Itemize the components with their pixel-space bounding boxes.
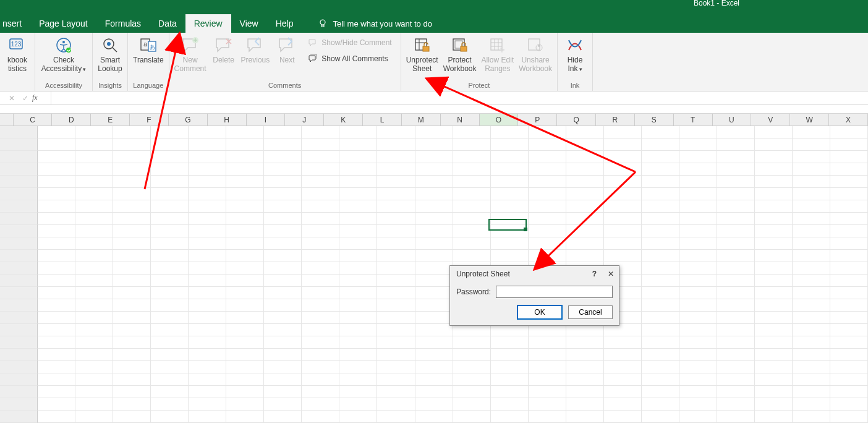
password-label: Password: [456,288,491,296]
next-comment-button: Next [272,34,302,65]
translate-icon: aあ [138,35,158,55]
dialog-help-icon[interactable]: ? [592,270,597,278]
chevron-down-icon: ▾ [578,66,582,72]
cancel-button[interactable]: Cancel [568,305,613,319]
group-accessibility-label: Accessibility [38,80,90,91]
column-header-O[interactable]: O [480,114,519,126]
title-bar: Book1 - Excel [0,0,868,14]
hide-ink-button[interactable]: Hide Ink▾ [560,34,590,74]
column-header-M[interactable]: M [402,114,441,126]
column-headers[interactable]: CDEFGHIJKLMNOPQRSTUVWX [0,114,868,126]
ribbon-tabs: nsert Page Layout Formulas Data Review V… [0,14,868,33]
active-cell[interactable] [488,219,527,231]
password-input[interactable] [496,286,613,298]
svg-point-21 [538,45,540,47]
group-protect-label: Protect [404,80,555,91]
app-title: Book1 - Excel [694,0,739,7]
svg-point-4 [62,41,65,43]
protect-workbook-button[interactable]: Protect Workbook [441,34,479,74]
column-header-P[interactable]: P [518,114,557,126]
tab-help[interactable]: Help [267,14,302,33]
bulb-icon [318,19,328,28]
column-header-U[interactable]: U [713,114,752,126]
show-all-comments-icon [308,54,318,64]
svg-text:a: a [143,41,147,48]
workbook-statistics-icon: 123 [7,35,27,55]
tell-me[interactable]: Tell me what you want to do [302,14,432,33]
smart-lookup-button[interactable]: Smart Lookup [95,34,125,74]
tab-insert[interactable]: nsert [0,14,30,33]
tell-me-text: Tell me what you want to do [333,19,432,28]
svg-text:あ: あ [149,44,155,50]
tab-view[interactable]: View [231,14,267,33]
smart-lookup-icon [100,35,120,55]
translate-button[interactable]: aあ Translate [130,34,166,65]
unprotect-sheet-icon [412,35,432,55]
unprotect-sheet-dialog: Unprotect Sheet ? ✕ Password: OK Cancel [449,265,619,326]
svg-text:123: 123 [11,41,22,48]
spreadsheet-grid[interactable]: CDEFGHIJKLMNOPQRSTUVWX [0,114,868,423]
select-all-corner[interactable] [0,114,14,126]
new-comment-icon [181,35,200,55]
column-header-X[interactable]: X [829,114,868,126]
fx-icon[interactable]: fx [32,93,51,103]
formula-input[interactable] [51,92,868,104]
hide-ink-icon [565,35,585,55]
show-hide-comment-icon [308,38,318,48]
column-header-J[interactable]: J [285,114,324,126]
show-all-comments-button[interactable]: Show All Comments [305,53,394,65]
column-header-T[interactable]: T [674,114,713,126]
tab-formulas[interactable]: Formulas [96,14,150,33]
formula-enter-icon: ✓ [19,94,32,103]
dialog-title: Unprotect Sheet [456,270,510,278]
column-header-E[interactable]: E [91,114,130,126]
allow-edit-ranges-button: Allow Edit Ranges [479,34,517,74]
protect-workbook-icon [450,35,470,55]
unprotect-sheet-button[interactable]: Unprotect Sheet [404,34,441,74]
ribbon: 123 kbook tistics Check Accessibility▾ A… [0,33,868,92]
previous-comment-button: Previous [239,34,273,65]
column-header-S[interactable]: S [635,114,674,126]
column-header-K[interactable]: K [324,114,363,126]
tab-data[interactable]: Data [150,14,185,33]
column-header-L[interactable]: L [363,114,402,126]
allow-edit-ranges-icon [488,35,508,55]
dialog-close-icon[interactable]: ✕ [608,270,614,278]
workbook-statistics-button[interactable]: 123 kbook tistics [2,34,32,74]
accessibility-icon [54,35,74,55]
column-header-N[interactable]: N [441,114,480,126]
fill-handle[interactable] [524,228,527,231]
svg-point-7 [107,42,111,46]
column-header-R[interactable]: R [596,114,635,126]
new-comment-button: New Comment [172,34,209,74]
chevron-down-icon: ▾ [82,66,86,72]
column-header-C[interactable]: C [14,114,53,126]
tab-page-layout[interactable]: Page Layout [30,14,96,33]
column-header-I[interactable]: I [247,114,286,126]
column-header-W[interactable]: W [790,114,829,126]
svg-rect-17 [461,46,467,51]
group-language-label: Language [130,80,166,91]
delete-comment-button: Delete [209,34,239,65]
formula-bar: ✕ ✓ fx [0,92,868,105]
delete-comment-icon [214,35,234,55]
tab-review[interactable]: Review [185,14,231,33]
column-header-H[interactable]: H [208,114,247,126]
column-header-V[interactable]: V [751,114,790,126]
group-ink-label: Ink [560,80,590,91]
svg-rect-18 [491,39,502,50]
column-header-F[interactable]: F [130,114,169,126]
next-comment-icon [277,35,297,55]
unshare-workbook-button: Unshare Workbook [516,34,555,74]
previous-comment-icon [245,35,265,55]
group-insights-label: Insights [95,80,125,91]
show-hide-comment-button: Show/Hide Comment [305,36,394,49]
column-header-G[interactable]: G [169,114,208,126]
check-accessibility-button[interactable]: Check Accessibility▾ [38,34,90,74]
svg-rect-14 [423,46,429,51]
ok-button[interactable]: OK [517,305,562,319]
column-header-Q[interactable]: Q [557,114,596,126]
column-header-D[interactable]: D [52,114,91,126]
unshare-workbook-icon [525,35,545,55]
svg-point-0 [320,20,325,25]
